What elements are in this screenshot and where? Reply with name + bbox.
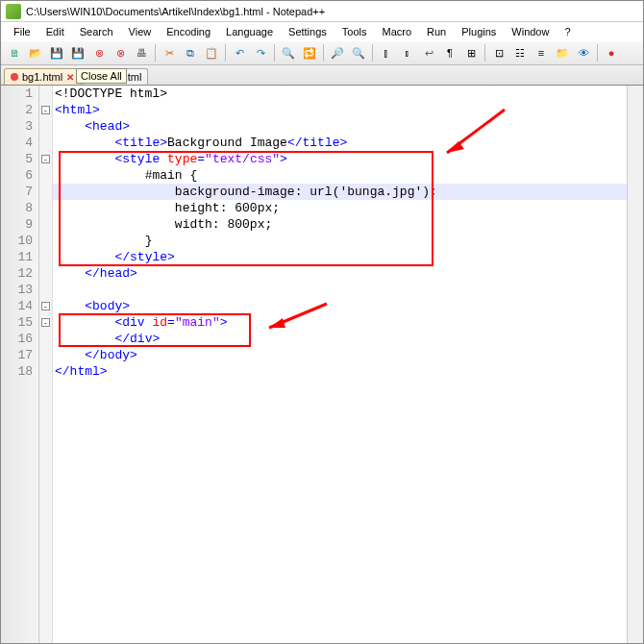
separator-1: [155, 44, 156, 62]
tooltip-close-all: Close All: [76, 68, 127, 84]
tab-modified-icon: [11, 73, 18, 81]
record-icon[interactable]: ●: [602, 43, 621, 62]
menu-edit[interactable]: Edit: [38, 24, 72, 39]
fold-toggle-icon[interactable]: -: [41, 318, 50, 327]
tab-close-icon[interactable]: ✕: [66, 72, 74, 83]
menu-encoding[interactable]: Encoding: [159, 24, 218, 39]
menu-language[interactable]: Language: [218, 24, 281, 39]
scrollbar-vertical[interactable]: [627, 86, 643, 643]
func-list-icon[interactable]: ≡: [532, 43, 551, 62]
menu-search[interactable]: Search: [72, 24, 121, 39]
sync-h-icon[interactable]: ⫾: [398, 43, 417, 62]
replace-icon[interactable]: 🔁: [300, 43, 319, 62]
separator-5: [372, 44, 373, 62]
menu-run[interactable]: Run: [419, 24, 454, 39]
separator-4: [323, 44, 324, 62]
close-icon[interactable]: ⊗: [89, 43, 109, 62]
code-area[interactable]: <!DOCTYPE html> <html> <head> <title>Bac…: [53, 86, 627, 643]
menu-bar: File Edit Search View Encoding Language …: [1, 22, 643, 41]
toolbar: 🗎 📂 💾 💾 ⊗ ⊗ 🖶 ✂ ⧉ 📋 ↶ ↷ 🔍 🔁 🔎 🔍 ⫿ ⫾ ↩ ¶ …: [1, 41, 643, 65]
show-all-icon[interactable]: ¶: [440, 43, 459, 62]
redo-icon[interactable]: ↷: [251, 43, 270, 62]
fold-toggle-icon[interactable]: -: [41, 106, 50, 114]
zoom-in-icon[interactable]: 🔎: [328, 43, 347, 62]
separator-7: [597, 44, 598, 62]
app-icon: [6, 4, 21, 19]
print-icon[interactable]: 🖶: [132, 43, 151, 62]
save-icon[interactable]: 💾: [47, 43, 66, 62]
close-all-icon[interactable]: ⊗: [111, 43, 130, 62]
open-file-icon[interactable]: 📂: [26, 43, 45, 62]
tab-label: bg1.html: [22, 71, 62, 83]
cut-icon[interactable]: ✂: [160, 43, 179, 62]
editor-area[interactable]: 123 456 789 101112 131415 161718 - - - -…: [1, 86, 643, 643]
window: C:\Users\WIN10\Documents\Artikel\Index\b…: [0, 0, 644, 644]
copy-icon[interactable]: ⧉: [181, 43, 200, 62]
new-file-icon[interactable]: 🗎: [5, 43, 24, 62]
tab-bg1[interactable]: bg1.html ✕: [4, 68, 81, 85]
separator-6: [484, 44, 485, 62]
line-number-gutter: 123 456 789 101112 131415 161718: [1, 86, 39, 643]
undo-icon[interactable]: ↶: [230, 43, 249, 62]
save-all-icon[interactable]: 💾: [68, 43, 87, 62]
fold-toggle-icon[interactable]: -: [41, 302, 50, 310]
window-title: C:\Users\WIN10\Documents\Artikel\Index\b…: [26, 6, 325, 17]
folder-icon[interactable]: 📁: [553, 43, 572, 62]
monitor-icon[interactable]: 👁: [574, 43, 593, 62]
menu-macro[interactable]: Macro: [374, 24, 419, 39]
find-icon[interactable]: 🔍: [279, 43, 298, 62]
fold-gutter: - - - -: [39, 86, 53, 643]
wrap-icon[interactable]: ↩: [419, 43, 438, 62]
sync-v-icon[interactable]: ⫿: [377, 43, 396, 62]
separator-3: [274, 44, 275, 62]
menu-view[interactable]: View: [121, 24, 160, 39]
menu-plugins[interactable]: Plugins: [454, 24, 504, 39]
separator-2: [225, 44, 226, 62]
menu-settings[interactable]: Settings: [281, 24, 334, 39]
doc-map-icon[interactable]: ☷: [510, 43, 530, 62]
fold-toggle-icon[interactable]: -: [41, 155, 50, 163]
lang-icon[interactable]: ⊡: [489, 43, 508, 62]
menu-file[interactable]: File: [6, 24, 38, 39]
menu-help[interactable]: ?: [557, 24, 578, 39]
title-bar: C:\Users\WIN10\Documents\Artikel\Index\b…: [1, 1, 643, 22]
indent-guide-icon[interactable]: ⊞: [461, 43, 481, 62]
menu-window[interactable]: Window: [504, 24, 557, 39]
paste-icon[interactable]: 📋: [202, 43, 221, 62]
zoom-out-icon[interactable]: 🔍: [349, 43, 368, 62]
menu-tools[interactable]: Tools: [334, 24, 375, 39]
